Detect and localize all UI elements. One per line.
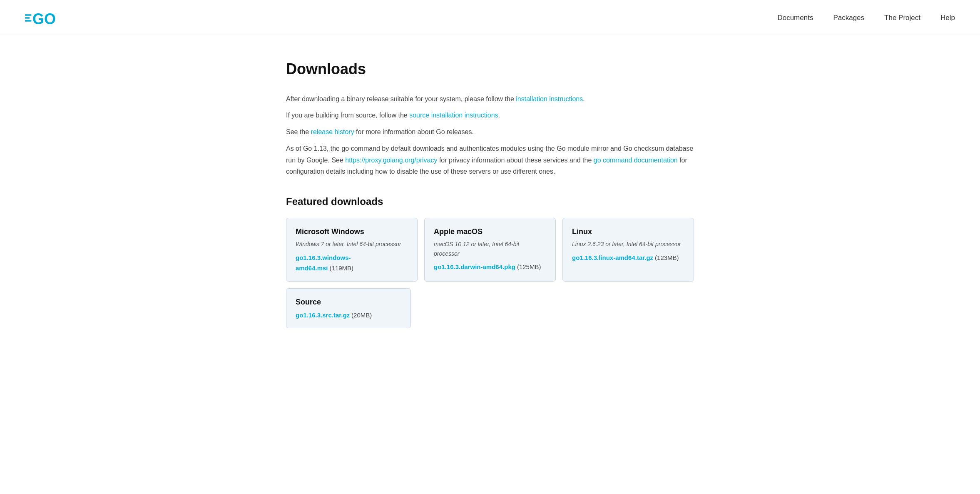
intro-line-4: As of Go 1.13, the go command by default… [286,143,694,177]
go-command-doc-link[interactable]: go command documentation [594,157,678,164]
windows-card-size: (119MB) [330,264,354,272]
windows-card-title: Microsoft Windows [296,226,408,238]
windows-card: Microsoft Windows Windows 7 or later, In… [286,218,418,281]
intro-line-3: See the release history for more informa… [286,127,694,137]
source-download-link[interactable]: go1.16.3.src.tar.gz [296,312,350,319]
nav-help[interactable]: Help [940,12,955,23]
macos-card-size: (125MB) [517,263,541,270]
site-header: GO Documents Packages The Project Help [0,0,980,36]
nav-the-project[interactable]: The Project [884,12,920,23]
nav-packages[interactable]: Packages [833,12,864,23]
main-nav: Documents Packages The Project Help [777,12,955,23]
linux-card-title: Linux [572,226,684,238]
macos-card-title: Apple macOS [434,226,546,238]
linux-card-subtitle: Linux 2.6.23 or later, Intel 64-bit proc… [572,240,684,249]
nav-documents[interactable]: Documents [777,12,813,23]
release-history-link[interactable]: release history [311,128,354,135]
source-card-title: Source [296,296,401,308]
linux-download-link[interactable]: go1.16.3.linux-amd64.tar.gz [572,254,653,261]
source-card: Source go1.16.3.src.tar.gz(20MB) [286,288,411,328]
svg-text:GO: GO [32,10,56,27]
featured-downloads-title: Featured downloads [286,194,694,210]
logo[interactable]: GO [25,7,75,28]
proxy-privacy-link[interactable]: https://proxy.golang.org/privacy [345,157,437,164]
page-title: Downloads [286,57,694,81]
download-cards-row-2: Source go1.16.3.src.tar.gz(20MB) [286,288,694,328]
linux-card-size: (123MB) [655,254,679,261]
main-content: Downloads After downloading a binary rel… [261,36,719,349]
macos-download-link[interactable]: go1.16.3.darwin-amd64.pkg [434,263,515,270]
source-card-size: (20MB) [351,312,372,319]
macos-card: Apple macOS macOS 10.12 or later, Intel … [424,218,556,281]
intro-line-2: If you are building from source, follow … [286,110,694,121]
windows-card-subtitle: Windows 7 or later, Intel 64-bit process… [296,240,408,249]
installation-instructions-link[interactable]: installation instructions [516,95,583,102]
download-cards-row-1: Microsoft Windows Windows 7 or later, In… [286,218,694,281]
macos-card-subtitle: macOS 10.12 or later, Intel 64-bit proce… [434,240,546,258]
source-installation-link[interactable]: source installation instructions [409,112,498,119]
intro-line-1: After downloading a binary release suita… [286,94,694,105]
linux-card: Linux Linux 2.6.23 or later, Intel 64-bi… [562,218,694,281]
